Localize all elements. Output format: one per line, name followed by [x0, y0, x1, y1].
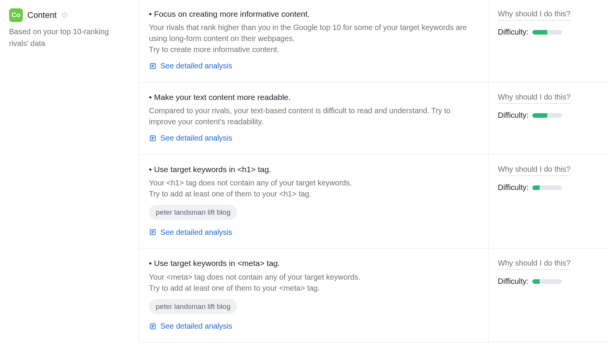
difficulty-segment — [547, 30, 555, 35]
recommendation-title: •Make your text content more readable. — [149, 92, 478, 103]
see-detailed-analysis-link[interactable]: See detailed analysis — [149, 60, 232, 71]
recommendation-meta: Why should I do this?Difficulty: — [489, 248, 608, 342]
difficulty-label: Difficulty: — [498, 182, 529, 193]
difficulty-label: Difficulty: — [498, 276, 529, 287]
category-title: Content — [27, 9, 57, 21]
keyword-chip[interactable]: peter landsman lift blog — [149, 205, 237, 220]
category-subtitle: Based on your top 10-ranking rivals' dat… — [9, 26, 130, 49]
difficulty-row: Difficulty: — [498, 110, 600, 121]
difficulty-bar — [532, 113, 562, 118]
document-icon — [149, 323, 157, 330]
recommendation-title: •Focus on creating more informative cont… — [149, 8, 478, 20]
difficulty-row: Difficulty: — [498, 27, 600, 38]
category-panel: Co Content Based on your top 10-ranking … — [0, 0, 139, 343]
see-detailed-analysis-link[interactable]: See detailed analysis — [149, 227, 232, 238]
info-icon[interactable] — [61, 12, 68, 19]
why-should-i-do-this-link[interactable]: Why should I do this? — [498, 258, 570, 270]
difficulty-segment — [540, 185, 547, 190]
recommendation-description: Compared to your rivals, your text-based… — [149, 105, 478, 127]
why-should-i-do-this-link[interactable]: Why should I do this? — [498, 8, 570, 21]
recommendation-description: Your <h1> tag does not contain any of yo… — [149, 177, 478, 199]
difficulty-bar — [532, 30, 562, 35]
difficulty-segment — [547, 279, 555, 284]
document-icon — [149, 135, 157, 142]
keyword-chip[interactable]: peter landsman lift blog — [149, 299, 237, 314]
meta-list: Why should I do this?Difficulty:Why shou… — [488, 0, 608, 343]
difficulty-label: Difficulty: — [498, 27, 529, 38]
difficulty-segment — [540, 113, 547, 118]
difficulty-segment — [540, 30, 547, 35]
recommendation-description: Your <meta> tag does not contain any of … — [149, 272, 478, 294]
difficulty-segment — [554, 113, 562, 118]
recommendations-list: •Focus on creating more informative cont… — [139, 0, 488, 343]
difficulty-row: Difficulty: — [498, 276, 600, 287]
difficulty-row: Difficulty: — [498, 182, 600, 193]
see-detailed-analysis-link[interactable]: See detailed analysis — [149, 321, 232, 332]
difficulty-segment — [532, 30, 540, 35]
difficulty-segment — [532, 113, 540, 118]
difficulty-segment — [554, 279, 562, 284]
document-icon — [149, 228, 157, 236]
difficulty-segment — [532, 279, 540, 284]
recommendation-item: •Use target keywords in <meta> tag.Your … — [139, 248, 488, 342]
difficulty-segment — [547, 113, 555, 118]
recommendation-meta: Why should I do this?Difficulty: — [489, 0, 608, 82]
recommendation-item: •Make your text content more readable.Co… — [139, 82, 488, 155]
category-badge: Co — [9, 8, 23, 22]
recommendation-item: •Focus on creating more informative cont… — [139, 0, 488, 82]
difficulty-segment — [554, 185, 562, 190]
keyword-chips: peter landsman lift blog — [149, 299, 478, 314]
svg-point-2 — [65, 14, 65, 14]
recommendation-meta: Why should I do this?Difficulty: — [489, 82, 608, 155]
recommendation-item: •Use target keywords in <h1> tag.Your <h… — [139, 155, 488, 248]
difficulty-segment — [540, 279, 547, 284]
difficulty-bar — [532, 185, 562, 190]
difficulty-label: Difficulty: — [498, 110, 529, 121]
see-detailed-analysis-link[interactable]: See detailed analysis — [149, 133, 232, 144]
why-should-i-do-this-link[interactable]: Why should I do this? — [498, 164, 570, 176]
why-should-i-do-this-link[interactable]: Why should I do this? — [498, 92, 570, 104]
recommendation-description: Your rivals that rank higher than you in… — [149, 22, 478, 55]
difficulty-segment — [547, 185, 555, 190]
recommendation-title: •Use target keywords in <meta> tag. — [149, 258, 478, 269]
difficulty-segment — [554, 30, 562, 35]
keyword-chips: peter landsman lift blog — [149, 205, 478, 220]
document-icon — [149, 62, 157, 70]
difficulty-bar — [532, 279, 562, 284]
recommendation-meta: Why should I do this?Difficulty: — [489, 155, 608, 248]
recommendation-title: •Use target keywords in <h1> tag. — [149, 164, 478, 175]
difficulty-segment — [532, 185, 540, 190]
